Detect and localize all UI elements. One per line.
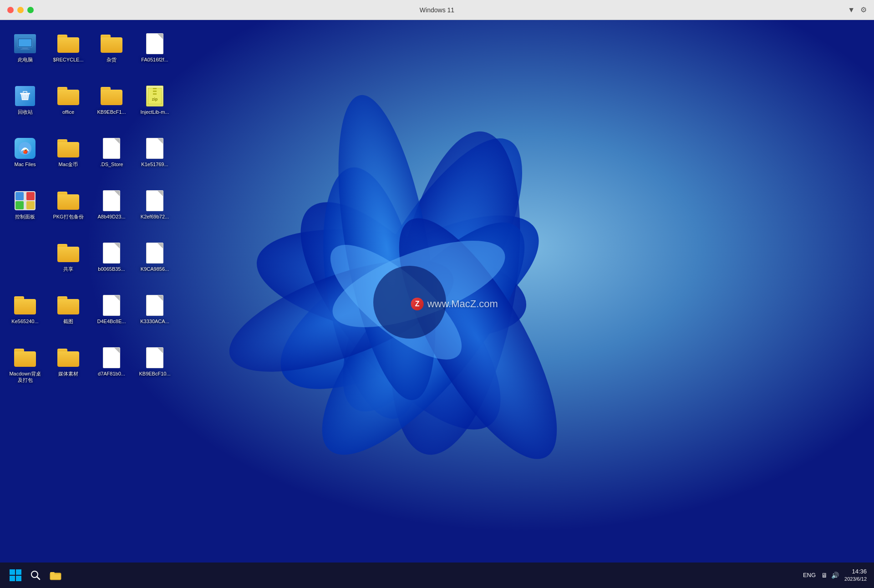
icon-kb9ebcf1[interactable]: KB9EBcF1... — [91, 81, 132, 132]
windows-start-button[interactable] — [7, 567, 24, 583]
computer-icon-img — [14, 33, 36, 55]
volume-icon[interactable]: 🔊 — [831, 572, 839, 579]
icon-recycle-bin-dollar-label: $RECYCLE... — [53, 56, 83, 63]
svg-rect-34 — [16, 569, 21, 575]
icon-recycle-bin-dollar[interactable]: $RECYCLE... — [48, 29, 89, 79]
folder-shape-media — [57, 349, 79, 367]
icon-this-computer[interactable]: 此电脑 — [5, 29, 46, 79]
folder-mac-gold-img — [57, 137, 79, 159]
file-shape-d4e4 — [103, 295, 120, 316]
folder-shape — [57, 35, 79, 53]
folder-office-img — [57, 85, 79, 107]
settings-icon[interactable]: ⚙ — [860, 5, 867, 14]
file-k2ef69b72-img — [144, 190, 166, 212]
icon-ke565240-label: Ke565240... — [11, 318, 38, 324]
icon-kb9ebcf10-label: KB9EBcF10... — [139, 370, 170, 377]
file-shape-k3330 — [146, 295, 163, 316]
icon-k3330aca-label: K3330ACA... — [140, 318, 169, 324]
folder-zafen-img — [101, 33, 122, 55]
svg-rect-35 — [10, 576, 15, 581]
icon-mac-gold[interactable]: Mac金币 — [48, 134, 89, 184]
macfiles-shape: 🍎 — [15, 138, 36, 159]
file-shape-k2ef — [146, 190, 163, 211]
icon-zafen-label: 杂货 — [107, 56, 117, 63]
icon-fa0516[interactable]: FA0516f2f... — [134, 29, 175, 79]
icon-mac-files-label: Mac Files — [14, 161, 36, 167]
network-icon: 🖥 — [821, 572, 828, 579]
icon-d4e4bc8e[interactable]: D4E4Bc8E... — [91, 291, 132, 341]
svg-rect-17 — [19, 39, 31, 46]
icon-d7af81b0-label: d7AF81b0... — [98, 370, 125, 377]
file-k3330aca-img — [144, 294, 166, 316]
taskbar: ENG 🖥 🔊 14:36 2023/6/12 — [0, 563, 874, 588]
icon-ds-store[interactable]: .DS_Store — [91, 134, 132, 184]
icon-zafen[interactable]: 杂货 — [91, 29, 132, 79]
svg-rect-15 — [22, 47, 28, 49]
folder-share-img — [57, 242, 79, 264]
file-shape-k1e — [146, 138, 163, 159]
language-indicator: ENG — [803, 572, 816, 578]
svg-rect-22 — [153, 91, 157, 92]
ctrlpanel-shape — [14, 191, 36, 211]
icon-mac-gold-label: Mac金币 — [59, 161, 78, 167]
maximize-button[interactable] — [27, 7, 34, 13]
icon-fa0516-label: FA0516f2f... — [141, 56, 168, 63]
dropdown-icon[interactable]: ▼ — [848, 6, 855, 14]
file-k9ca9856-img — [144, 242, 166, 264]
file-shape-fa0516 — [146, 33, 163, 54]
icon-k2ef69b72[interactable]: K2ef69b72... — [134, 186, 175, 236]
taskbar-clock[interactable]: 14:36 2023/6/12 — [844, 568, 867, 583]
icon-injectlib[interactable]: zip InjectLib-m... — [134, 81, 175, 132]
taskbar-left — [7, 567, 64, 583]
svg-text:zip: zip — [152, 97, 158, 101]
folder-pkg-img — [57, 190, 79, 212]
icon-kb9ebcf1-label: KB9EBcF1... — [97, 109, 126, 115]
svg-rect-21 — [153, 89, 157, 91]
search-button[interactable] — [27, 567, 44, 583]
icon-macdown-label: Macdown背桌及打包 — [7, 370, 43, 384]
file-shape-d7af — [103, 347, 120, 368]
mac-window-buttons[interactable] — [7, 7, 34, 13]
folder-shape-pkg — [57, 192, 79, 210]
file-ds-store-img — [101, 137, 122, 159]
icon-d7af81b0[interactable]: d7AF81b0... — [91, 343, 132, 393]
icon-share-label: 共享 — [63, 266, 73, 272]
icon-k3330aca[interactable]: K3330ACA... — [134, 291, 175, 341]
icon-office[interactable]: office — [48, 81, 89, 132]
icon-b0065b35[interactable]: b0065B35... — [91, 238, 132, 289]
mac-controls-right: ▼ ⚙ — [848, 5, 867, 14]
minimize-button[interactable] — [17, 7, 24, 13]
file-d7af81b0-img — [101, 347, 122, 369]
mac-titlebar: Windows 11 ▼ ⚙ — [0, 0, 874, 20]
folder-shape-kb9 — [101, 87, 122, 105]
icon-recycle-bin[interactable]: 回收站 — [5, 81, 46, 132]
clock-date: 2023/6/12 — [844, 576, 867, 583]
file-shape-b0065 — [103, 243, 120, 264]
file-kb9ebcf10-img — [144, 347, 166, 369]
icon-k1e51769[interactable]: K1e51769... — [134, 134, 175, 184]
svg-rect-30 — [26, 192, 35, 200]
icon-kb9ebcf10[interactable]: KB9EBcF10... — [134, 343, 175, 393]
icon-jietu[interactable]: 截图 — [48, 291, 89, 341]
icon-pkg[interactable]: PKG打包备份 — [48, 186, 89, 236]
folder-shape-zafen — [101, 35, 122, 53]
icon-media-label: 媒体素材 — [58, 370, 78, 377]
file-d4e4bc8e-img — [101, 294, 122, 316]
icon-mac-files[interactable]: 🍎 Mac Files — [5, 134, 46, 184]
icon-control-panel[interactable]: 控制面板 — [5, 186, 46, 236]
svg-rect-29 — [15, 192, 24, 200]
svg-rect-18 — [20, 93, 30, 94]
icon-share[interactable]: 共享 — [48, 238, 89, 289]
icon-k9ca9856[interactable]: K9CA9856... — [134, 238, 175, 289]
icon-media[interactable]: 媒体素材 — [48, 343, 89, 393]
folder-shape-macdown — [14, 349, 36, 367]
file-fa0516-img — [144, 33, 166, 55]
icon-a8b49d23[interactable]: A8b49D23... — [91, 186, 132, 236]
svg-rect-20 — [153, 88, 157, 89]
icon-ke565240[interactable]: Ke565240... — [5, 291, 46, 341]
folder-macdown-img — [14, 347, 36, 369]
icon-macdown[interactable]: Macdown背桌及打包 — [5, 343, 46, 393]
close-button[interactable] — [7, 7, 14, 13]
folder-shape-jietu — [57, 296, 79, 314]
file-explorer-button[interactable] — [47, 567, 64, 583]
